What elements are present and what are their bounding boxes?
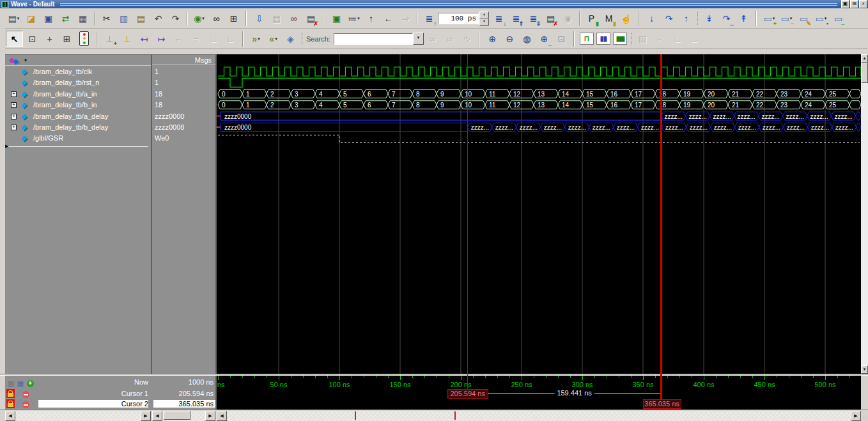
- msgs-wave-splitter[interactable]: [215, 54, 217, 410]
- find-in-wave-button[interactable]: ∞: [286, 11, 302, 26]
- signal-name[interactable]: /bram_delay_tb/b_in: [33, 101, 97, 109]
- signal-row[interactable]: +◆/bram_delay_tb/b_in: [5, 100, 151, 111]
- scroll-right-icon[interactable]: ▶: [141, 411, 151, 421]
- signal-name[interactable]: /glbl/GSR: [33, 134, 63, 142]
- wave-scroll-track[interactable]: [227, 411, 851, 421]
- view-multi-wave-button[interactable]: ▮▮: [596, 33, 610, 45]
- performance-profile-button[interactable]: P▮: [584, 11, 600, 26]
- signal-row[interactable]: +◆/bram_delay_tb/a_in: [5, 89, 151, 100]
- step-into-button[interactable]: ↓: [644, 11, 660, 26]
- insert-signal-button[interactable]: ≔▾: [346, 11, 362, 26]
- move-back-button[interactable]: ←: [380, 11, 396, 26]
- spin-down-icon[interactable]: ▼: [479, 19, 489, 26]
- run-length-spinner[interactable]: ▲▼: [479, 11, 489, 26]
- titlebar-drag-stripes[interactable]: [60, 3, 837, 7]
- scroll-down-icon[interactable]: ▼: [861, 365, 868, 374]
- schematic-save-button[interactable]: ▭▪▾: [813, 11, 829, 26]
- scroll-left-icon[interactable]: ◀: [152, 411, 162, 421]
- zoom-in-button[interactable]: ⊕: [484, 31, 500, 46]
- msgs-scroll-track[interactable]: [162, 411, 205, 421]
- schematic-export-button[interactable]: ▭→: [830, 11, 846, 26]
- connect-dataset-button[interactable]: ▣: [329, 11, 345, 26]
- schematic-add-button[interactable]: ▭+▾: [761, 11, 777, 26]
- insert-cursor-button[interactable]: ⊥+: [102, 31, 118, 46]
- schematic-edit-button[interactable]: ▭✎: [796, 11, 812, 26]
- copy-button[interactable]: ▥: [116, 11, 132, 26]
- paste-button[interactable]: ▤: [133, 11, 149, 26]
- add-selected-button[interactable]: ⇩: [251, 11, 267, 26]
- step-over-instance-button[interactable]: ↷‥: [718, 11, 734, 26]
- undo-button[interactable]: ↶: [150, 11, 166, 26]
- cursor-label[interactable]: Cursor 2: [38, 400, 148, 408]
- pause-button[interactable]: ☝: [618, 11, 634, 26]
- signal-values-pane[interactable]: Msgs 111818zzzz0000zzzz0008We0: [152, 54, 215, 374]
- cursor-row[interactable]: Cursor 2365.035 ns: [5, 399, 215, 410]
- cursor-properties-icon[interactable]: [15, 401, 22, 408]
- next-transition-button[interactable]: ↦: [153, 31, 169, 46]
- scroll-up-icon[interactable]: ▲: [861, 54, 868, 63]
- select-mode-button[interactable]: ↖: [6, 31, 23, 47]
- compile-button[interactable]: ◉▾: [191, 11, 207, 26]
- vertical-scroll-thumb[interactable]: [861, 63, 868, 83]
- move-mode-button[interactable]: +: [42, 31, 58, 46]
- cursor2-time-label[interactable]: 365.035 ns: [643, 399, 681, 409]
- msgs-horizontal-scrollbar[interactable]: ◀ ▶: [152, 411, 215, 421]
- signal-name[interactable]: /bram_delay_tb/rst_n: [33, 79, 99, 86]
- scroll-right-icon[interactable]: ▶: [205, 411, 215, 421]
- cursor-properties-icon[interactable]: [15, 390, 22, 397]
- view-full-wave-button[interactable]: ▮▮▮: [613, 33, 627, 45]
- msgs-column-header[interactable]: Msgs: [152, 55, 215, 65]
- msgs-scroll-thumb[interactable]: [164, 411, 190, 420]
- zoom-cursor-button[interactable]: ⊕_: [536, 31, 552, 46]
- signal-row[interactable]: ◆/glbl/GSR: [5, 133, 151, 144]
- stretch-mode-button[interactable]: ⊡: [24, 31, 40, 46]
- signal-row[interactable]: ◆/bram_delay_tb/clk: [5, 66, 151, 77]
- expand-plus-icon[interactable]: +: [11, 114, 17, 119]
- dock-button[interactable]: ▣: [841, 0, 849, 8]
- maximize-button[interactable]: ⊞: [850, 0, 858, 8]
- names-scroll-track[interactable]: [15, 411, 141, 421]
- search-input[interactable]: [334, 33, 413, 45]
- signal-row[interactable]: +◆/bram_delay_tb/b_delay: [5, 122, 151, 133]
- cursor-value[interactable]: 365.035 ns: [153, 400, 215, 408]
- reload-button[interactable]: ⇄: [58, 11, 74, 26]
- scroll-left-icon[interactable]: ◀: [5, 411, 15, 421]
- redo-button[interactable]: ↷: [167, 11, 183, 26]
- cursor-lock-icon[interactable]: [6, 399, 15, 408]
- cursor-lock-icon[interactable]: [6, 389, 15, 398]
- cursor-row[interactable]: Cursor 1205.594 ns: [5, 388, 215, 399]
- find-button[interactable]: ∞: [208, 11, 224, 26]
- delete-cursor-button[interactable]: ⊥: [119, 31, 135, 46]
- step-over-button[interactable]: ↷: [661, 11, 677, 26]
- previous-transition-button[interactable]: ↤: [136, 31, 152, 46]
- scroll-right-icon[interactable]: ▶: [851, 411, 861, 421]
- run-length-field[interactable]: [438, 13, 479, 24]
- edit-grid-button[interactable]: ⊞: [59, 31, 75, 46]
- names-msgs-splitter[interactable]: [151, 54, 152, 410]
- search-dropdown-icon[interactable]: ▼: [413, 33, 424, 45]
- signal-name[interactable]: /bram_delay_tb/a_in: [33, 90, 97, 98]
- cut-button[interactable]: ✂: [98, 11, 114, 26]
- scroll-left-icon[interactable]: ◀: [217, 411, 227, 421]
- restart-button[interactable]: ≣↑: [421, 11, 437, 26]
- break-button[interactable]: ▤✗: [543, 11, 559, 26]
- cursor-label[interactable]: Cursor 1: [38, 390, 148, 397]
- print-button[interactable]: ▦: [75, 11, 91, 26]
- expand-hierarchy-button[interactable]: ⊞: [226, 11, 242, 26]
- close-button[interactable]: ×: [859, 0, 867, 8]
- expand-plus-icon[interactable]: +: [11, 102, 17, 108]
- wave-horizontal-scrollbar[interactable]: ◀ ▶: [217, 411, 861, 421]
- view-cursor-values-button[interactable]: ⊓: [580, 33, 594, 45]
- expand-all-time-button[interactable]: ◈: [283, 31, 298, 46]
- cursor-value[interactable]: 205.594 ns: [153, 390, 215, 397]
- wave-vertical-scrollbar[interactable]: ▲ ▼: [861, 54, 868, 374]
- signal-names-header[interactable]: ◆ ◆ ▪ ▾: [5, 55, 151, 66]
- timeline-area[interactable]: 0 ns50 ns100 ns150 ns200 ns250 ns300 ns3…: [217, 376, 861, 410]
- schematic-remove-button[interactable]: ▭−▾: [779, 11, 794, 26]
- save-file-button[interactable]: ▣: [40, 11, 56, 26]
- signal-name[interactable]: /bram_delay_tb/clk: [33, 68, 92, 75]
- collapse-time-button[interactable]: «▾: [265, 31, 281, 46]
- delete-selected-button[interactable]: ▤✗: [303, 11, 319, 26]
- expand-time-button[interactable]: »▾: [248, 31, 264, 46]
- window-titlebar[interactable]: Wave - Default ▣⊞×: [0, 0, 868, 8]
